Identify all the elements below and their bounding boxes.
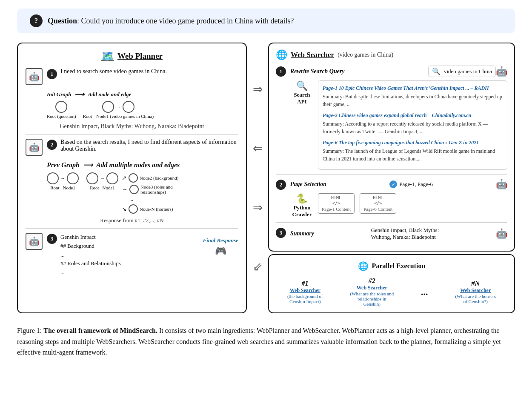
step-num-1: 1 <box>47 69 57 79</box>
planner-avatar-1: 🤖 <box>26 68 43 85</box>
left-node1-lbl: Node1 <box>63 185 75 190</box>
node1-circle <box>123 101 134 113</box>
searcher-title: 🌐 Web Searcher (video games in China) <box>276 49 507 60</box>
divider2 <box>26 228 238 229</box>
r-node1-circle <box>106 172 118 184</box>
init-graph-section: Init Graph ⟶ Add node and edge Root (que… <box>47 90 238 119</box>
root-node-group: Root (question) <box>47 101 76 119</box>
result1-summary: Summary: But despite these limitations, … <box>323 93 503 108</box>
result3-summary: Summary: The launch of the League of Leg… <box>323 147 503 163</box>
planner-avatar-3: 🤖 <box>26 233 43 250</box>
step2-text: Based on the search results, I need to f… <box>60 139 238 152</box>
left-node1-circle <box>67 172 79 184</box>
parallel-title-2: Web Searcher <box>350 285 394 291</box>
parallel-items: #1 Web Searcher (the background of Gensh… <box>276 277 507 306</box>
searcher-title-light: (video games in China) <box>338 52 393 58</box>
rewrite-label: Rewrite Search Query <box>290 68 345 75</box>
parallel-sub-1: (the background of Genshin Impact) <box>287 294 323 304</box>
root-node1-group: → Root Node1 (video games in China) <box>83 101 154 119</box>
multi-node-diagram: → Root Node1 → <box>47 172 238 214</box>
searcher-avatar-2: 🤖 <box>496 179 507 190</box>
search-api-label: Search API <box>290 92 314 105</box>
root-node-circle <box>55 101 67 113</box>
result3-title: Page-6 The top five gaming campaigns tha… <box>323 139 503 146</box>
parallel-title-N: Web Searcher <box>455 287 496 294</box>
parallel-item-2: #2 Web Searcher (What are the roles and … <box>350 277 394 306</box>
divider <box>26 134 238 135</box>
parallel-title: 🌐 Parallel Execution <box>276 261 507 271</box>
result2-title: Page-2 Chinese video games expand global… <box>323 112 503 119</box>
right-branches: → Root Node1 ↗ Node <box>86 172 178 214</box>
planner-title-text: Web Planner <box>117 52 163 61</box>
parallel-sub-N: (What are the horners of Genshin?) <box>455 294 496 304</box>
parallel-globe-icon: 🌐 <box>358 261 369 271</box>
init-graph-label: Init Graph <box>47 91 71 98</box>
searcher-step3: 3 Summary Genshin Impact, Black Myths: W… <box>276 227 507 240</box>
graph-row-prev: Prev Graph ⟶ Add multiple nodes and edge… <box>47 161 238 169</box>
left-root-node1: → Root Node1 <box>47 172 79 190</box>
parallel-sub-2: (What are the roles and relationships in… <box>350 291 394 306</box>
question-bar: ? Question: Could you introduce one vide… <box>17 9 515 33</box>
searcher-step-num-2: 2 <box>276 180 286 190</box>
node-diagram-init: Root (question) → Root Node1 (video game… <box>47 101 238 119</box>
parallel-title-text: Parallel Execution <box>372 262 426 270</box>
arrow-down-1: ⇒ <box>253 82 263 96</box>
parallel-item-1: #1 Web Searcher (the background of Gensh… <box>287 280 323 304</box>
root-label: Root <box>83 114 92 119</box>
question-text: Question: Could you introduce one video … <box>48 17 294 26</box>
left-panel: 🗺️ Web Planner 🤖 1 I need to search some… <box>17 43 247 313</box>
arrow-icon: ⟶ <box>74 90 84 98</box>
search-api-row: 🔍 Search API Page-1 10 Epic Chinese Vide… <box>290 80 507 170</box>
parallel-panel: 🌐 Parallel Execution #1 Web Searcher (th… <box>268 254 515 313</box>
summary-content: Genshin Impact, Black Myths: Wuhong, Nar… <box>371 227 439 240</box>
searcher-step2: 2 Page Selection ✓ Page-1, Page-6 🤖 <box>276 179 507 218</box>
page1-content-label: Page-1 Content <box>322 206 351 212</box>
planner-avatar-2: 🤖 <box>26 139 43 156</box>
planner-step1: 🤖 1 I need to search some video games in… <box>26 68 238 85</box>
search-results-panel: Page-1 10 Epic Chinese Video Games That … <box>318 80 507 170</box>
page-badge: ✓ Page-1, Page-6 <box>389 180 433 188</box>
arrow-prev-icon: ⟶ <box>83 161 93 169</box>
check-icon: ✓ <box>389 180 397 188</box>
arrow-down-2: ⇒ <box>253 200 263 215</box>
middle-arrows: ⇒ ⇐ ⇒ ⇙ <box>247 43 268 313</box>
result2-summary: Summary: According to a report recently … <box>323 120 503 135</box>
prev-graph-section: Prev Graph ⟶ Add multiple nodes and edge… <box>47 161 238 214</box>
step2-header-row: Page Selection ✓ Page-1, Page-6 🤖 <box>290 179 507 190</box>
searcher-avatar-3: 🤖 <box>496 228 507 239</box>
root-circle <box>102 101 114 113</box>
question-icon: ? <box>30 14 43 27</box>
arrow-to-node1: → <box>116 104 121 110</box>
searcher-step1: 1 Rewrite Search Query 🔍 video games in … <box>276 66 507 170</box>
parallel-num-2: #2 <box>350 277 394 285</box>
parallel-dots: ... <box>421 286 428 298</box>
searcher-step-num-1: 1 <box>276 66 286 77</box>
parallel-title-1: Web Searcher <box>287 287 323 294</box>
search-results-text: Genshin Impact, Black Myths: Wuhong, Nar… <box>26 123 238 130</box>
caption-fig: Figure 1: <box>17 327 42 334</box>
planner-globe-icon: 🗺️ <box>101 50 114 62</box>
summary-row: Summary Genshin Impact, Black Myths: Wuh… <box>290 227 507 240</box>
step3-content: Genshin Impact ## Background ... ## Role… <box>60 233 121 277</box>
root-to-node1: → <box>102 101 134 113</box>
prev-graph-label: Prev Graph <box>47 161 80 169</box>
searcher-step-num-3: 3 <box>276 228 286 238</box>
searcher-panel: 🌐 Web Searcher (video games in China) 1 … <box>268 43 515 252</box>
node2-label: Node2 (background) <box>140 175 178 180</box>
step1-text: I need to search some video games in Chi… <box>60 68 238 75</box>
search-api-icon: 🔍 <box>290 80 314 92</box>
searcher-globe-icon: 🌐 <box>276 49 287 60</box>
arrow-left-2: ⇙ <box>253 260 263 274</box>
searcher-avatar-1: 🤖 <box>496 66 507 77</box>
response-text: Response from #1, #2,..., #N <box>26 217 238 224</box>
node3-label: Node3 (roles and relationships) <box>140 184 173 195</box>
search-query-text: video games in China <box>444 68 492 75</box>
search-magnifier-icon: 🔍 <box>432 67 440 75</box>
web-planner-title: 🗺️ Web Planner <box>26 50 238 62</box>
root-node-label: Root (question) <box>47 114 76 119</box>
crawler-content: HTML </> Page-1 Content HTML </> Page-6 … <box>318 193 396 214</box>
page6-html-box: HTML </> Page-6 Content <box>360 193 396 214</box>
planner-step2: 🤖 2 Based on the search results, I need … <box>26 139 238 156</box>
page1-html-box: HTML </> Page-1 Content <box>318 193 355 214</box>
arrow-left-1: ⇐ <box>253 141 263 155</box>
